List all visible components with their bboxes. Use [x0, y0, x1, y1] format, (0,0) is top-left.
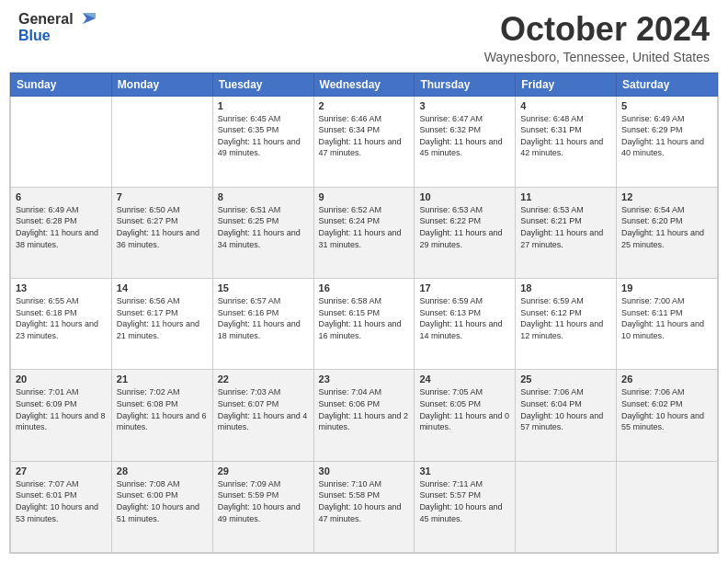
day-info: Sunrise: 6:47 AM Sunset: 6:32 PM Dayligh…	[419, 113, 510, 159]
col-thursday: Thursday	[415, 73, 516, 96]
calendar-cell: 3Sunrise: 6:47 AM Sunset: 6:32 PM Daylig…	[415, 96, 516, 187]
day-info: Sunrise: 7:09 AM Sunset: 5:59 PM Dayligh…	[218, 478, 309, 524]
day-info: Sunrise: 7:04 AM Sunset: 6:06 PM Dayligh…	[319, 386, 410, 432]
day-number: 10	[419, 191, 510, 202]
calendar-cell: 12Sunrise: 6:54 AM Sunset: 6:20 PM Dayli…	[617, 187, 718, 278]
day-info: Sunrise: 6:53 AM Sunset: 6:21 PM Dayligh…	[520, 204, 611, 250]
day-number: 30	[319, 465, 410, 477]
calendar-cell: 2Sunrise: 6:46 AM Sunset: 6:34 PM Daylig…	[313, 96, 415, 187]
day-info: Sunrise: 7:06 AM Sunset: 6:04 PM Dayligh…	[520, 386, 611, 432]
col-friday: Friday	[516, 73, 617, 96]
day-number: 18	[520, 282, 611, 293]
calendar-cell: 20Sunrise: 7:01 AM Sunset: 6:09 PM Dayli…	[11, 370, 112, 461]
calendar-cell: 18Sunrise: 6:59 AM Sunset: 6:12 PM Dayli…	[516, 279, 617, 370]
day-number: 29	[218, 465, 309, 477]
day-number: 6	[16, 191, 107, 202]
calendar-cell: 15Sunrise: 6:57 AM Sunset: 6:16 PM Dayli…	[212, 279, 313, 370]
day-info: Sunrise: 6:53 AM Sunset: 6:22 PM Dayligh…	[419, 204, 510, 250]
calendar-cell	[11, 96, 112, 187]
calendar-cell: 29Sunrise: 7:09 AM Sunset: 5:59 PM Dayli…	[212, 461, 313, 552]
calendar-cell: 14Sunrise: 6:56 AM Sunset: 6:17 PM Dayli…	[111, 279, 212, 370]
calendar-header: Sunday Monday Tuesday Wednesday Thursday…	[11, 73, 718, 96]
day-info: Sunrise: 6:59 AM Sunset: 6:13 PM Dayligh…	[419, 295, 510, 341]
calendar-cell: 27Sunrise: 7:07 AM Sunset: 6:01 PM Dayli…	[11, 461, 112, 552]
header: General Blue October 2024 Waynesboro, Te…	[0, 0, 728, 72]
day-number: 17	[419, 282, 510, 293]
col-tuesday: Tuesday	[212, 73, 313, 96]
day-info: Sunrise: 6:56 AM Sunset: 6:17 PM Dayligh…	[117, 295, 208, 341]
day-info: Sunrise: 7:08 AM Sunset: 6:00 PM Dayligh…	[117, 478, 208, 524]
day-number: 5	[621, 100, 712, 111]
day-number: 23	[319, 373, 410, 385]
calendar-cell: 23Sunrise: 7:04 AM Sunset: 6:06 PM Dayli…	[313, 370, 415, 461]
day-number: 12	[621, 191, 712, 202]
calendar-cell: 5Sunrise: 6:49 AM Sunset: 6:29 PM Daylig…	[617, 96, 718, 187]
day-info: Sunrise: 7:00 AM Sunset: 6:11 PM Dayligh…	[621, 295, 712, 341]
day-number: 22	[218, 373, 309, 385]
location: Waynesboro, Tennessee, United States	[484, 50, 710, 64]
day-info: Sunrise: 6:57 AM Sunset: 6:16 PM Dayligh…	[218, 295, 309, 341]
calendar-cell: 13Sunrise: 6:55 AM Sunset: 6:18 PM Dayli…	[11, 279, 112, 370]
day-number: 25	[520, 373, 611, 385]
day-number: 4	[520, 100, 611, 111]
calendar-cell: 11Sunrise: 6:53 AM Sunset: 6:21 PM Dayli…	[516, 187, 617, 278]
calendar-cell: 19Sunrise: 7:00 AM Sunset: 6:11 PM Dayli…	[617, 279, 718, 370]
day-number: 7	[117, 191, 208, 202]
calendar-cell: 16Sunrise: 6:58 AM Sunset: 6:15 PM Dayli…	[313, 279, 415, 370]
day-info: Sunrise: 7:01 AM Sunset: 6:09 PM Dayligh…	[16, 386, 107, 432]
calendar-cell: 7Sunrise: 6:50 AM Sunset: 6:27 PM Daylig…	[111, 187, 212, 278]
col-saturday: Saturday	[617, 73, 718, 96]
title-block: October 2024 Waynesboro, Tennessee, Unit…	[484, 11, 710, 64]
day-number: 15	[218, 282, 309, 293]
day-info: Sunrise: 6:49 AM Sunset: 6:28 PM Dayligh…	[16, 204, 107, 250]
page: General Blue October 2024 Waynesboro, Te…	[0, 0, 728, 563]
calendar-cell: 25Sunrise: 7:06 AM Sunset: 6:04 PM Dayli…	[516, 370, 617, 461]
day-number: 28	[117, 465, 208, 477]
calendar-cell	[617, 461, 718, 552]
day-number: 21	[117, 373, 208, 385]
day-info: Sunrise: 7:06 AM Sunset: 6:02 PM Dayligh…	[621, 386, 712, 432]
calendar-cell	[516, 461, 617, 552]
day-info: Sunrise: 6:46 AM Sunset: 6:34 PM Dayligh…	[319, 113, 410, 159]
day-number: 27	[16, 465, 107, 477]
calendar-cell: 9Sunrise: 6:52 AM Sunset: 6:24 PM Daylig…	[313, 187, 415, 278]
table-row: 13Sunrise: 6:55 AM Sunset: 6:18 PM Dayli…	[11, 279, 718, 370]
day-info: Sunrise: 7:11 AM Sunset: 5:57 PM Dayligh…	[419, 478, 510, 524]
calendar-cell: 4Sunrise: 6:48 AM Sunset: 6:31 PM Daylig…	[516, 96, 617, 187]
day-number: 14	[117, 282, 208, 293]
calendar-cell: 17Sunrise: 6:59 AM Sunset: 6:13 PM Dayli…	[415, 279, 516, 370]
month-title: October 2024	[484, 11, 710, 48]
calendar-cell: 22Sunrise: 7:03 AM Sunset: 6:07 PM Dayli…	[212, 370, 313, 461]
day-number: 24	[419, 373, 510, 385]
calendar-cell: 21Sunrise: 7:02 AM Sunset: 6:08 PM Dayli…	[111, 370, 212, 461]
day-number: 9	[319, 191, 410, 202]
day-info: Sunrise: 7:05 AM Sunset: 6:05 PM Dayligh…	[419, 386, 510, 432]
col-sunday: Sunday	[11, 73, 112, 96]
day-number: 11	[520, 191, 611, 202]
calendar-cell	[111, 96, 212, 187]
day-number: 19	[621, 282, 712, 293]
day-info: Sunrise: 6:58 AM Sunset: 6:15 PM Dayligh…	[319, 295, 410, 341]
table-row: 20Sunrise: 7:01 AM Sunset: 6:09 PM Dayli…	[11, 370, 718, 461]
day-info: Sunrise: 6:49 AM Sunset: 6:29 PM Dayligh…	[621, 113, 712, 159]
col-wednesday: Wednesday	[313, 73, 415, 96]
calendar-cell: 1Sunrise: 6:45 AM Sunset: 6:35 PM Daylig…	[212, 96, 313, 187]
day-info: Sunrise: 7:10 AM Sunset: 5:58 PM Dayligh…	[319, 478, 410, 524]
calendar-cell: 10Sunrise: 6:53 AM Sunset: 6:22 PM Dayli…	[415, 187, 516, 278]
col-monday: Monday	[111, 73, 212, 96]
calendar-body: 1Sunrise: 6:45 AM Sunset: 6:35 PM Daylig…	[11, 96, 718, 552]
day-info: Sunrise: 7:07 AM Sunset: 6:01 PM Dayligh…	[16, 478, 107, 524]
day-info: Sunrise: 6:59 AM Sunset: 6:12 PM Dayligh…	[520, 295, 611, 341]
calendar-cell: 8Sunrise: 6:51 AM Sunset: 6:25 PM Daylig…	[212, 187, 313, 278]
day-number: 26	[621, 373, 712, 385]
logo-bird-icon	[75, 11, 96, 28]
logo: General Blue	[18, 11, 96, 44]
calendar-cell: 30Sunrise: 7:10 AM Sunset: 5:58 PM Dayli…	[313, 461, 415, 552]
calendar-cell: 24Sunrise: 7:05 AM Sunset: 6:05 PM Dayli…	[415, 370, 516, 461]
day-info: Sunrise: 6:51 AM Sunset: 6:25 PM Dayligh…	[218, 204, 309, 250]
calendar-cell: 28Sunrise: 7:08 AM Sunset: 6:00 PM Dayli…	[111, 461, 212, 552]
day-number: 3	[419, 100, 510, 111]
day-info: Sunrise: 6:54 AM Sunset: 6:20 PM Dayligh…	[621, 204, 712, 250]
day-number: 1	[218, 100, 309, 111]
day-info: Sunrise: 6:52 AM Sunset: 6:24 PM Dayligh…	[319, 204, 410, 250]
